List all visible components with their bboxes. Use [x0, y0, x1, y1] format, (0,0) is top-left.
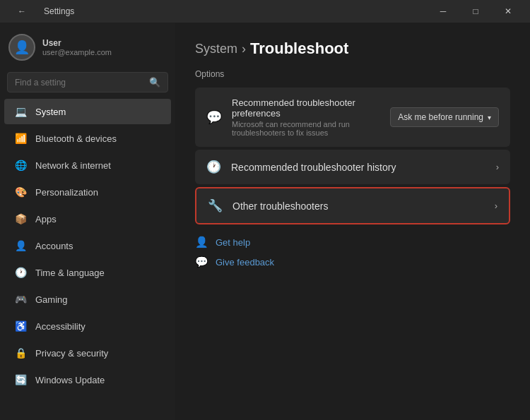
sidebar-item-label: Accounts: [35, 241, 73, 251]
back-icon: ←: [18, 6, 26, 16]
accounts-icon: 👤: [14, 239, 27, 252]
search-input[interactable]: [15, 78, 143, 88]
recommended-pref-row: 💬 Recommended troubleshooter preferences…: [195, 88, 510, 147]
sidebar-item-label: Accessibility: [35, 321, 86, 332]
sidebar-item-label: Time & language: [35, 268, 105, 278]
avatar: 👤: [8, 34, 35, 61]
avatar-icon: 👤: [14, 40, 30, 55]
breadcrumb-current: Troubleshoot: [250, 40, 348, 58]
pref-chat-icon: 💬: [206, 109, 222, 125]
history-icon: 🕐: [206, 160, 221, 174]
sidebar-item-accounts[interactable]: 👤 Accounts: [4, 233, 171, 258]
dropdown-caret-icon: ▾: [488, 114, 491, 121]
minimize-button[interactable]: ─: [427, 0, 459, 23]
pref-subtitle: Microsoft can recommend and run troubles…: [232, 120, 380, 137]
sidebar-item-label: System: [35, 107, 66, 117]
close-button[interactable]: ✕: [492, 0, 524, 23]
titlebar: ← Settings ─ □ ✕: [0, 0, 530, 23]
user-profile[interactable]: 👤 User user@example.com: [0, 23, 175, 69]
personalization-icon: 🎨: [14, 186, 27, 198]
get-help-link[interactable]: 👤 Get help: [195, 236, 510, 248]
history-label: Recommended troubleshooter history: [231, 162, 486, 173]
other-troubleshooters-row[interactable]: 🔧 Other troubleshooters ›: [195, 187, 510, 224]
sidebar-item-network[interactable]: 🌐 Network & internet: [4, 152, 171, 178]
sidebar-item-label: Network & internet: [35, 160, 111, 171]
wrench-icon: 🔧: [208, 198, 223, 213]
time-icon: 🕐: [14, 266, 27, 279]
user-info: User user@example.com: [42, 38, 112, 56]
titlebar-title: Settings: [44, 6, 74, 16]
windows-update-icon: 🔄: [14, 373, 27, 386]
other-chevron-icon: ›: [495, 200, 497, 211]
give-feedback-icon: 💬: [195, 256, 208, 268]
content-area: System › Troubleshoot Options 💬 Recommen…: [175, 23, 530, 420]
pref-text: Recommended troubleshooter preferences M…: [232, 97, 380, 137]
give-feedback-link[interactable]: 💬 Give feedback: [195, 256, 510, 268]
sidebar-item-label: Personalization: [35, 187, 98, 198]
breadcrumb-separator: ›: [242, 42, 246, 56]
privacy-icon: 🔒: [14, 347, 27, 359]
sidebar-item-gaming[interactable]: 🎮 Gaming: [4, 287, 171, 312]
bluetooth-icon: 📶: [14, 132, 27, 145]
footer-links: 👤 Get help 💬 Give feedback: [195, 236, 510, 268]
sidebar-item-label: Privacy & security: [35, 348, 108, 359]
titlebar-left: ← Settings: [6, 0, 74, 23]
main-layout: 👤 User user@example.com 🔍 💻 System 📶 Blu…: [0, 23, 530, 420]
troubleshooter-dropdown[interactable]: Ask me before running ▾: [390, 107, 499, 127]
titlebar-controls: ─ □ ✕: [427, 0, 524, 23]
user-name: User: [42, 38, 112, 48]
maximize-button[interactable]: □: [459, 0, 492, 23]
sidebar: 👤 User user@example.com 🔍 💻 System 📶 Blu…: [0, 23, 175, 420]
sidebar-item-apps[interactable]: 📦 Apps: [4, 206, 171, 232]
gaming-icon: 🎮: [14, 293, 27, 306]
recommended-pref-card: 💬 Recommended troubleshooter preferences…: [195, 88, 510, 147]
system-icon: 💻: [14, 105, 27, 118]
sidebar-item-label: Bluetooth & devices: [35, 133, 117, 144]
search-box[interactable]: 🔍: [7, 72, 168, 92]
pref-title: Recommended troubleshooter preferences: [232, 97, 380, 119]
breadcrumb-parent: System: [195, 42, 237, 56]
sidebar-item-label: Gaming: [35, 294, 68, 305]
sidebar-item-bluetooth[interactable]: 📶 Bluetooth & devices: [4, 126, 171, 151]
sidebar-item-accessibility[interactable]: ♿ Accessibility: [4, 313, 171, 339]
sidebar-item-privacy[interactable]: 🔒 Privacy & security: [4, 340, 171, 366]
sidebar-item-system[interactable]: 💻 System: [4, 99, 171, 124]
get-help-label: Get help: [216, 237, 250, 248]
network-icon: 🌐: [14, 159, 27, 172]
sidebar-item-windows-update[interactable]: 🔄 Windows Update: [4, 367, 171, 392]
sidebar-item-label: Apps: [35, 214, 57, 224]
other-troubleshooters-label: Other troubleshooters: [232, 200, 485, 212]
history-chevron-icon: ›: [496, 162, 499, 172]
troubleshooter-history-row[interactable]: 🕐 Recommended troubleshooter history ›: [195, 150, 510, 184]
sidebar-item-label: Windows Update: [35, 375, 105, 385]
give-feedback-label: Give feedback: [216, 257, 274, 268]
apps-icon: 📦: [14, 212, 27, 225]
sidebar-item-personalization[interactable]: 🎨 Personalization: [4, 179, 171, 205]
dropdown-label: Ask me before running: [398, 112, 483, 122]
get-help-icon: 👤: [195, 236, 208, 248]
section-label: Options: [195, 69, 510, 79]
back-button[interactable]: ←: [6, 0, 38, 23]
search-icon: 🔍: [149, 77, 160, 88]
sidebar-item-time[interactable]: 🕐 Time & language: [4, 260, 171, 285]
breadcrumb: System › Troubleshoot: [195, 40, 510, 58]
accessibility-icon: ♿: [14, 320, 27, 332]
user-email: user@example.com: [42, 48, 112, 56]
